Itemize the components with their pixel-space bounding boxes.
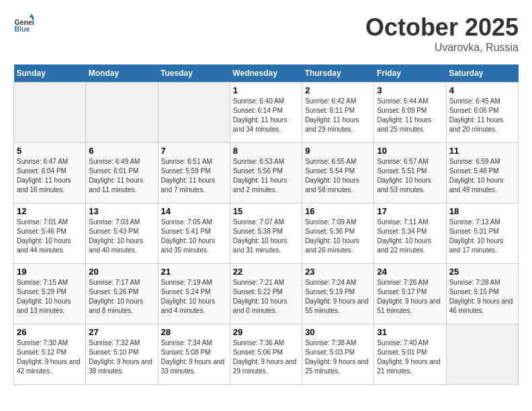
day-number: 4 — [449, 85, 515, 95]
calendar-cell: 13Sunrise: 7:03 AMSunset: 5:43 PMDayligh… — [86, 203, 158, 264]
day-number: 12 — [17, 206, 83, 216]
day-number: 10 — [377, 146, 443, 156]
calendar-cell: 21Sunrise: 7:19 AMSunset: 5:24 PMDayligh… — [158, 264, 230, 324]
day-info: Sunrise: 7:30 AMSunset: 5:12 PMDaylight:… — [17, 338, 83, 376]
day-info: Sunrise: 7:09 AMSunset: 5:36 PMDaylight:… — [305, 218, 371, 255]
month-title: October 2025 — [365, 13, 519, 42]
day-info: Sunrise: 7:13 AMSunset: 5:31 PMDaylight:… — [449, 218, 515, 255]
day-number: 21 — [161, 267, 227, 277]
calendar-cell: 26Sunrise: 7:30 AMSunset: 5:12 PMDayligh… — [14, 324, 86, 385]
day-info: Sunrise: 6:53 AMSunset: 5:56 PMDaylight:… — [233, 157, 299, 195]
weekday-header-friday: Friday — [374, 64, 446, 83]
calendar-week-3: 19Sunrise: 7:15 AMSunset: 5:29 PMDayligh… — [14, 264, 519, 324]
calendar-cell: 17Sunrise: 7:11 AMSunset: 5:34 PMDayligh… — [374, 203, 446, 264]
weekday-header-thursday: Thursday — [302, 64, 374, 83]
calendar-cell: 5Sunrise: 6:47 AMSunset: 6:04 PMDaylight… — [14, 143, 86, 203]
day-number: 1 — [233, 85, 299, 95]
day-number: 6 — [89, 146, 154, 156]
day-number: 29 — [233, 327, 299, 337]
day-number: 25 — [449, 267, 515, 277]
calendar-cell: 27Sunrise: 7:32 AMSunset: 5:10 PMDayligh… — [86, 324, 158, 385]
calendar-week-2: 12Sunrise: 7:01 AMSunset: 5:46 PMDayligh… — [14, 203, 519, 264]
day-info: Sunrise: 6:55 AMSunset: 5:54 PMDaylight:… — [305, 157, 371, 195]
page-header: General Blue October 2025 Uvarovka, Russ… — [13, 13, 519, 54]
day-info: Sunrise: 7:01 AMSunset: 5:46 PMDaylight:… — [17, 218, 83, 255]
calendar-cell: 29Sunrise: 7:36 AMSunset: 5:06 PMDayligh… — [230, 324, 302, 385]
calendar-cell: 14Sunrise: 7:05 AMSunset: 5:41 PMDayligh… — [158, 203, 230, 264]
weekday-header-saturday: Saturday — [446, 64, 518, 83]
day-number: 24 — [377, 267, 443, 277]
calendar-cell: 19Sunrise: 7:15 AMSunset: 5:29 PMDayligh… — [14, 264, 86, 324]
day-info: Sunrise: 7:34 AMSunset: 5:08 PMDaylight:… — [161, 338, 227, 376]
day-info: Sunrise: 7:05 AMSunset: 5:41 PMDaylight:… — [161, 218, 227, 255]
day-info: Sunrise: 7:15 AMSunset: 5:29 PMDaylight:… — [17, 278, 83, 316]
logo-icon: General Blue — [13, 13, 34, 34]
day-info: Sunrise: 6:51 AMSunset: 5:59 PMDaylight:… — [161, 157, 227, 195]
calendar-cell — [446, 324, 518, 385]
day-number: 7 — [161, 146, 227, 156]
location: Uvarovka, Russia — [365, 42, 519, 54]
calendar-cell: 7Sunrise: 6:51 AMSunset: 5:59 PMDaylight… — [158, 143, 230, 203]
day-number: 11 — [449, 146, 515, 156]
day-info: Sunrise: 6:45 AMSunset: 6:06 PMDaylight:… — [449, 97, 515, 134]
calendar-cell: 24Sunrise: 7:26 AMSunset: 5:17 PMDayligh… — [374, 264, 446, 324]
day-number: 30 — [305, 327, 371, 337]
day-info: Sunrise: 7:40 AMSunset: 5:01 PMDaylight:… — [377, 338, 443, 376]
calendar-cell: 11Sunrise: 6:59 AMSunset: 5:48 PMDayligh… — [446, 143, 518, 203]
calendar-cell: 30Sunrise: 7:38 AMSunset: 5:03 PMDayligh… — [302, 324, 374, 385]
calendar-cell: 2Sunrise: 6:42 AMSunset: 6:11 PMDaylight… — [302, 83, 374, 143]
day-number: 19 — [17, 267, 83, 277]
calendar-cell: 9Sunrise: 6:55 AMSunset: 5:54 PMDaylight… — [302, 143, 374, 203]
calendar-cell: 16Sunrise: 7:09 AMSunset: 5:36 PMDayligh… — [302, 203, 374, 264]
day-info: Sunrise: 7:19 AMSunset: 5:24 PMDaylight:… — [161, 278, 227, 316]
weekday-header-monday: Monday — [86, 64, 158, 83]
day-info: Sunrise: 7:32 AMSunset: 5:10 PMDaylight:… — [89, 338, 154, 376]
day-number: 28 — [161, 327, 227, 337]
day-number: 22 — [233, 267, 299, 277]
calendar-table: SundayMondayTuesdayWednesdayThursdayFrid… — [13, 64, 519, 385]
calendar-cell — [86, 83, 158, 143]
calendar-cell: 10Sunrise: 6:57 AMSunset: 5:51 PMDayligh… — [374, 143, 446, 203]
calendar-cell: 28Sunrise: 7:34 AMSunset: 5:08 PMDayligh… — [158, 324, 230, 385]
calendar-cell: 4Sunrise: 6:45 AMSunset: 6:06 PMDaylight… — [446, 83, 518, 143]
calendar-cell — [158, 83, 230, 143]
weekday-header-wednesday: Wednesday — [230, 64, 302, 83]
day-info: Sunrise: 7:11 AMSunset: 5:34 PMDaylight:… — [377, 218, 443, 255]
day-info: Sunrise: 7:38 AMSunset: 5:03 PMDaylight:… — [305, 338, 371, 376]
calendar-cell: 31Sunrise: 7:40 AMSunset: 5:01 PMDayligh… — [374, 324, 446, 385]
calendar-week-4: 26Sunrise: 7:30 AMSunset: 5:12 PMDayligh… — [14, 324, 519, 385]
calendar-cell: 15Sunrise: 7:07 AMSunset: 5:38 PMDayligh… — [230, 203, 302, 264]
day-info: Sunrise: 6:47 AMSunset: 6:04 PMDaylight:… — [17, 157, 83, 195]
calendar-cell: 25Sunrise: 7:28 AMSunset: 5:15 PMDayligh… — [446, 264, 518, 324]
day-number: 5 — [17, 146, 83, 156]
day-number: 3 — [377, 85, 443, 95]
svg-marker-2 — [30, 13, 34, 17]
day-number: 14 — [161, 206, 227, 216]
day-info: Sunrise: 6:40 AMSunset: 6:14 PMDaylight:… — [233, 97, 299, 134]
calendar-cell: 8Sunrise: 6:53 AMSunset: 5:56 PMDaylight… — [230, 143, 302, 203]
day-number: 23 — [305, 267, 371, 277]
day-info: Sunrise: 6:42 AMSunset: 6:11 PMDaylight:… — [305, 97, 371, 134]
calendar-header-row: SundayMondayTuesdayWednesdayThursdayFrid… — [14, 64, 519, 83]
day-number: 18 — [449, 206, 515, 216]
calendar-cell: 20Sunrise: 7:17 AMSunset: 5:26 PMDayligh… — [86, 264, 158, 324]
day-info: Sunrise: 6:49 AMSunset: 6:01 PMDaylight:… — [89, 157, 154, 195]
title-block: October 2025 Uvarovka, Russia — [365, 13, 519, 54]
calendar-cell: 18Sunrise: 7:13 AMSunset: 5:31 PMDayligh… — [446, 203, 518, 264]
weekday-header-sunday: Sunday — [14, 64, 86, 83]
day-number: 13 — [89, 206, 154, 216]
day-info: Sunrise: 7:17 AMSunset: 5:26 PMDaylight:… — [89, 278, 154, 316]
day-info: Sunrise: 7:36 AMSunset: 5:06 PMDaylight:… — [233, 338, 299, 376]
day-number: 17 — [377, 206, 443, 216]
day-info: Sunrise: 7:07 AMSunset: 5:38 PMDaylight:… — [233, 218, 299, 255]
calendar-cell: 3Sunrise: 6:44 AMSunset: 6:09 PMDaylight… — [374, 83, 446, 143]
day-info: Sunrise: 7:26 AMSunset: 5:17 PMDaylight:… — [377, 278, 443, 316]
day-number: 16 — [305, 206, 371, 216]
day-number: 8 — [233, 146, 299, 156]
svg-text:Blue: Blue — [15, 25, 30, 33]
day-number: 20 — [89, 267, 154, 277]
day-info: Sunrise: 6:59 AMSunset: 5:48 PMDaylight:… — [449, 157, 515, 195]
calendar-cell: 23Sunrise: 7:24 AMSunset: 5:19 PMDayligh… — [302, 264, 374, 324]
calendar-cell: 22Sunrise: 7:21 AMSunset: 5:22 PMDayligh… — [230, 264, 302, 324]
calendar-week-0: 1Sunrise: 6:40 AMSunset: 6:14 PMDaylight… — [14, 83, 519, 143]
